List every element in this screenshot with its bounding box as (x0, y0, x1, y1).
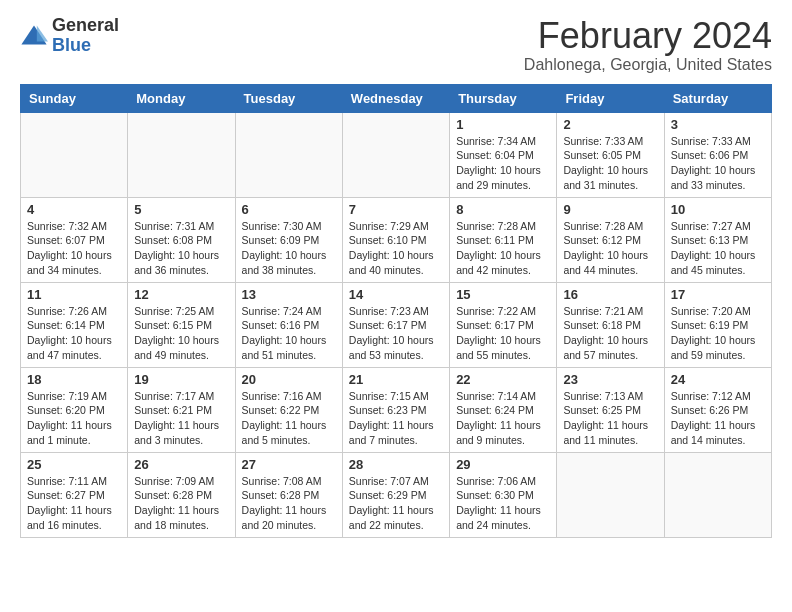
day-number: 19 (134, 372, 228, 387)
calendar-day-cell: 1Sunrise: 7:34 AM Sunset: 6:04 PM Daylig… (450, 112, 557, 197)
day-number: 15 (456, 287, 550, 302)
day-number: 23 (563, 372, 657, 387)
day-info: Sunrise: 7:32 AM Sunset: 6:07 PM Dayligh… (27, 219, 121, 278)
calendar-day-cell: 17Sunrise: 7:20 AM Sunset: 6:19 PM Dayli… (664, 282, 771, 367)
day-info: Sunrise: 7:22 AM Sunset: 6:17 PM Dayligh… (456, 304, 550, 363)
day-info: Sunrise: 7:28 AM Sunset: 6:11 PM Dayligh… (456, 219, 550, 278)
day-info: Sunrise: 7:30 AM Sunset: 6:09 PM Dayligh… (242, 219, 336, 278)
day-info: Sunrise: 7:06 AM Sunset: 6:30 PM Dayligh… (456, 474, 550, 533)
weekday-header: Friday (557, 84, 664, 112)
day-info: Sunrise: 7:14 AM Sunset: 6:24 PM Dayligh… (456, 389, 550, 448)
day-info: Sunrise: 7:27 AM Sunset: 6:13 PM Dayligh… (671, 219, 765, 278)
calendar-day-cell (128, 112, 235, 197)
day-number: 1 (456, 117, 550, 132)
calendar-day-cell: 14Sunrise: 7:23 AM Sunset: 6:17 PM Dayli… (342, 282, 449, 367)
day-number: 28 (349, 457, 443, 472)
calendar-day-cell: 10Sunrise: 7:27 AM Sunset: 6:13 PM Dayli… (664, 197, 771, 282)
title-area: February 2024 Dahlonega, Georgia, United… (524, 16, 772, 74)
calendar-day-cell (664, 452, 771, 537)
calendar-day-cell: 9Sunrise: 7:28 AM Sunset: 6:12 PM Daylig… (557, 197, 664, 282)
calendar-day-cell: 18Sunrise: 7:19 AM Sunset: 6:20 PM Dayli… (21, 367, 128, 452)
weekday-header: Saturday (664, 84, 771, 112)
day-info: Sunrise: 7:16 AM Sunset: 6:22 PM Dayligh… (242, 389, 336, 448)
day-info: Sunrise: 7:33 AM Sunset: 6:05 PM Dayligh… (563, 134, 657, 193)
calendar-day-cell: 26Sunrise: 7:09 AM Sunset: 6:28 PM Dayli… (128, 452, 235, 537)
logo-icon (20, 22, 48, 50)
day-number: 14 (349, 287, 443, 302)
calendar-day-cell: 6Sunrise: 7:30 AM Sunset: 6:09 PM Daylig… (235, 197, 342, 282)
day-number: 16 (563, 287, 657, 302)
weekday-header: Monday (128, 84, 235, 112)
day-info: Sunrise: 7:11 AM Sunset: 6:27 PM Dayligh… (27, 474, 121, 533)
calendar-day-cell (21, 112, 128, 197)
day-number: 25 (27, 457, 121, 472)
calendar-day-cell: 29Sunrise: 7:06 AM Sunset: 6:30 PM Dayli… (450, 452, 557, 537)
day-info: Sunrise: 7:34 AM Sunset: 6:04 PM Dayligh… (456, 134, 550, 193)
day-number: 12 (134, 287, 228, 302)
day-info: Sunrise: 7:31 AM Sunset: 6:08 PM Dayligh… (134, 219, 228, 278)
calendar: SundayMondayTuesdayWednesdayThursdayFrid… (20, 84, 772, 538)
calendar-day-cell: 13Sunrise: 7:24 AM Sunset: 6:16 PM Dayli… (235, 282, 342, 367)
calendar-day-cell: 15Sunrise: 7:22 AM Sunset: 6:17 PM Dayli… (450, 282, 557, 367)
day-info: Sunrise: 7:28 AM Sunset: 6:12 PM Dayligh… (563, 219, 657, 278)
day-info: Sunrise: 7:09 AM Sunset: 6:28 PM Dayligh… (134, 474, 228, 533)
day-number: 8 (456, 202, 550, 217)
logo-general: General (52, 15, 119, 35)
day-number: 26 (134, 457, 228, 472)
day-info: Sunrise: 7:13 AM Sunset: 6:25 PM Dayligh… (563, 389, 657, 448)
logo: General Blue (20, 16, 119, 56)
day-number: 27 (242, 457, 336, 472)
day-number: 2 (563, 117, 657, 132)
day-number: 20 (242, 372, 336, 387)
header: General Blue February 2024 Dahlonega, Ge… (20, 16, 772, 74)
day-number: 9 (563, 202, 657, 217)
day-info: Sunrise: 7:20 AM Sunset: 6:19 PM Dayligh… (671, 304, 765, 363)
logo-text: General Blue (52, 16, 119, 56)
svg-marker-1 (37, 25, 48, 41)
weekday-header: Thursday (450, 84, 557, 112)
day-number: 3 (671, 117, 765, 132)
calendar-day-cell: 8Sunrise: 7:28 AM Sunset: 6:11 PM Daylig… (450, 197, 557, 282)
calendar-week-row: 4Sunrise: 7:32 AM Sunset: 6:07 PM Daylig… (21, 197, 772, 282)
day-number: 6 (242, 202, 336, 217)
calendar-day-cell: 28Sunrise: 7:07 AM Sunset: 6:29 PM Dayli… (342, 452, 449, 537)
day-info: Sunrise: 7:33 AM Sunset: 6:06 PM Dayligh… (671, 134, 765, 193)
calendar-week-row: 11Sunrise: 7:26 AM Sunset: 6:14 PM Dayli… (21, 282, 772, 367)
calendar-week-row: 18Sunrise: 7:19 AM Sunset: 6:20 PM Dayli… (21, 367, 772, 452)
day-number: 11 (27, 287, 121, 302)
day-number: 5 (134, 202, 228, 217)
day-info: Sunrise: 7:29 AM Sunset: 6:10 PM Dayligh… (349, 219, 443, 278)
calendar-day-cell: 16Sunrise: 7:21 AM Sunset: 6:18 PM Dayli… (557, 282, 664, 367)
day-number: 21 (349, 372, 443, 387)
day-info: Sunrise: 7:15 AM Sunset: 6:23 PM Dayligh… (349, 389, 443, 448)
calendar-day-cell: 5Sunrise: 7:31 AM Sunset: 6:08 PM Daylig… (128, 197, 235, 282)
calendar-day-cell (342, 112, 449, 197)
day-info: Sunrise: 7:23 AM Sunset: 6:17 PM Dayligh… (349, 304, 443, 363)
day-number: 29 (456, 457, 550, 472)
day-info: Sunrise: 7:25 AM Sunset: 6:15 PM Dayligh… (134, 304, 228, 363)
calendar-day-cell: 24Sunrise: 7:12 AM Sunset: 6:26 PM Dayli… (664, 367, 771, 452)
calendar-day-cell: 21Sunrise: 7:15 AM Sunset: 6:23 PM Dayli… (342, 367, 449, 452)
day-number: 17 (671, 287, 765, 302)
calendar-day-cell: 27Sunrise: 7:08 AM Sunset: 6:28 PM Dayli… (235, 452, 342, 537)
calendar-day-cell: 4Sunrise: 7:32 AM Sunset: 6:07 PM Daylig… (21, 197, 128, 282)
day-info: Sunrise: 7:21 AM Sunset: 6:18 PM Dayligh… (563, 304, 657, 363)
day-number: 4 (27, 202, 121, 217)
page-title: February 2024 (524, 16, 772, 56)
day-number: 10 (671, 202, 765, 217)
calendar-day-cell: 20Sunrise: 7:16 AM Sunset: 6:22 PM Dayli… (235, 367, 342, 452)
weekday-header: Tuesday (235, 84, 342, 112)
calendar-day-cell: 7Sunrise: 7:29 AM Sunset: 6:10 PM Daylig… (342, 197, 449, 282)
weekday-header: Wednesday (342, 84, 449, 112)
day-number: 24 (671, 372, 765, 387)
calendar-day-cell: 22Sunrise: 7:14 AM Sunset: 6:24 PM Dayli… (450, 367, 557, 452)
day-info: Sunrise: 7:26 AM Sunset: 6:14 PM Dayligh… (27, 304, 121, 363)
calendar-day-cell: 19Sunrise: 7:17 AM Sunset: 6:21 PM Dayli… (128, 367, 235, 452)
day-info: Sunrise: 7:07 AM Sunset: 6:29 PM Dayligh… (349, 474, 443, 533)
day-number: 18 (27, 372, 121, 387)
calendar-week-row: 1Sunrise: 7:34 AM Sunset: 6:04 PM Daylig… (21, 112, 772, 197)
day-info: Sunrise: 7:08 AM Sunset: 6:28 PM Dayligh… (242, 474, 336, 533)
day-number: 7 (349, 202, 443, 217)
day-info: Sunrise: 7:24 AM Sunset: 6:16 PM Dayligh… (242, 304, 336, 363)
day-number: 22 (456, 372, 550, 387)
